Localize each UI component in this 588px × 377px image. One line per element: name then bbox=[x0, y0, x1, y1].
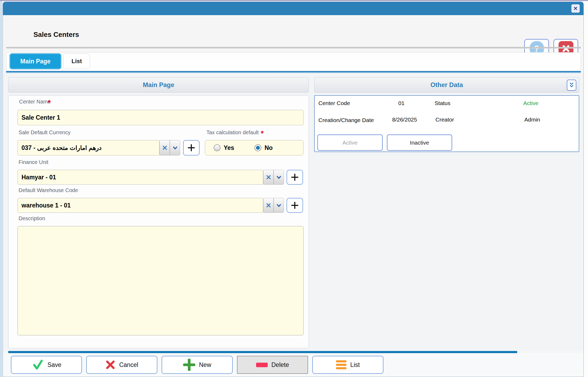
description-label: Description bbox=[19, 215, 45, 222]
cancel-label: Cancel bbox=[119, 361, 138, 369]
tax-radio-group: Yes No bbox=[205, 140, 304, 155]
header-divider bbox=[6, 47, 581, 49]
currency-clear-button[interactable] bbox=[159, 140, 170, 155]
close-x-icon: ✕ bbox=[573, 5, 578, 12]
green-plus-icon bbox=[183, 359, 195, 371]
tax-yes-radio[interactable] bbox=[214, 144, 220, 151]
collapse-panel-button[interactable] bbox=[567, 80, 576, 91]
other-data-panel-body: Center Code 01 Status Active Creation/Ch… bbox=[314, 95, 579, 152]
titlebar-close-button[interactable]: ✕ bbox=[571, 4, 580, 13]
currency-input[interactable]: درهم امارات متحده عربی - 037 bbox=[18, 140, 159, 155]
window-top-edge bbox=[0, 0, 588, 1]
warehouse-code-input[interactable]: warehouse 1 - 01 bbox=[18, 198, 263, 213]
tax-yes-label[interactable]: Yes bbox=[224, 144, 234, 151]
plus-icon bbox=[290, 173, 299, 182]
dialog-header: Sales Centers ? bbox=[3, 15, 583, 47]
tax-no-radio[interactable] bbox=[254, 144, 261, 151]
currency-dropdown-button[interactable] bbox=[170, 140, 180, 155]
minus-bar-icon bbox=[256, 363, 268, 367]
center-name-label: Center Name* bbox=[19, 99, 51, 105]
currency-value: درهم امارات متحده عربی - 037 bbox=[21, 144, 102, 151]
list-button[interactable]: List bbox=[312, 356, 383, 374]
center-name-value: Sale Center 1 bbox=[21, 114, 60, 121]
chevron-down-icon bbox=[172, 145, 178, 150]
new-button[interactable]: New bbox=[162, 356, 233, 374]
screen: ✕ Sales Centers ? Main Page List bbox=[0, 0, 588, 377]
creation-date-label: Creation/Change Date bbox=[318, 116, 379, 124]
tab-accent-line bbox=[6, 71, 581, 72]
creator-label: Creator bbox=[435, 116, 454, 123]
list-label: List bbox=[350, 361, 360, 369]
page-title: Sales Centers bbox=[33, 31, 79, 39]
center-code-value: 01 bbox=[398, 100, 404, 106]
tax-no-label[interactable]: No bbox=[265, 144, 273, 151]
main-page-panel-body: Center Name* Sale Center 1 Sale Default … bbox=[8, 95, 309, 348]
finance-unit-dropdown-button[interactable] bbox=[274, 170, 284, 185]
other-data-panel-title: Other Data bbox=[430, 81, 463, 89]
creation-date-value: 8/26/2025 bbox=[392, 116, 417, 123]
description-textarea[interactable] bbox=[18, 226, 304, 335]
plus-icon bbox=[290, 201, 299, 210]
main-page-panel-title: Main Page bbox=[143, 81, 174, 89]
chevron-down-icon bbox=[276, 175, 282, 180]
warehouse-code-value: warehouse 1 - 01 bbox=[21, 202, 71, 209]
currency-label: Sale Default Currency bbox=[19, 129, 71, 136]
center-code-label: Center Code bbox=[318, 100, 350, 106]
sales-centers-dialog: ✕ Sales Centers ? Main Page List bbox=[3, 2, 584, 377]
warehouse-clear-button[interactable] bbox=[263, 198, 274, 213]
status-value: Active bbox=[523, 100, 538, 106]
finance-unit-clear-button[interactable] bbox=[263, 170, 274, 185]
double-chevron-down-icon bbox=[569, 82, 574, 89]
clear-x-icon bbox=[266, 202, 271, 208]
status-label: Status bbox=[435, 100, 451, 106]
finance-unit-label: Finance Unit bbox=[19, 159, 48, 165]
set-active-button[interactable]: Active bbox=[317, 135, 383, 151]
tab-accent-line-light bbox=[6, 73, 581, 73]
footer-accent-line bbox=[8, 351, 517, 353]
save-button[interactable]: Save bbox=[11, 356, 82, 374]
tab-list[interactable]: List bbox=[63, 54, 90, 69]
required-asterisk: * bbox=[261, 129, 264, 137]
plus-icon bbox=[187, 143, 196, 152]
chevron-down-icon bbox=[276, 203, 282, 208]
delete-label: Delete bbox=[271, 361, 289, 369]
currency-add-button[interactable] bbox=[183, 140, 200, 155]
cancel-button[interactable]: Cancel bbox=[86, 356, 157, 374]
delete-button[interactable]: Delete bbox=[237, 356, 308, 374]
clear-x-icon bbox=[162, 145, 168, 151]
set-inactive-button[interactable]: Inactive bbox=[387, 135, 452, 151]
clear-x-icon bbox=[266, 174, 271, 180]
center-name-input[interactable]: Sale Center 1 bbox=[18, 110, 304, 125]
hamburger-list-icon bbox=[336, 360, 347, 369]
red-x-icon bbox=[105, 360, 115, 370]
warehouse-dropdown-button[interactable] bbox=[274, 198, 284, 213]
tab-main-page[interactable]: Main Page bbox=[10, 54, 61, 69]
creator-value: Admin bbox=[524, 116, 540, 123]
warehouse-add-button[interactable] bbox=[287, 198, 303, 213]
new-label: New bbox=[199, 361, 211, 369]
tax-default-label: Tax calculation default* bbox=[206, 129, 264, 136]
save-label: Save bbox=[47, 361, 61, 369]
window-left-edge bbox=[0, 1, 2, 377]
warehouse-code-label: Default Warehouse Code bbox=[19, 187, 78, 193]
main-page-panel-header: Main Page bbox=[8, 77, 309, 93]
other-data-panel-header: Other Data bbox=[314, 77, 579, 93]
check-icon bbox=[32, 359, 44, 371]
tab-bar: Main Page List bbox=[6, 52, 581, 71]
finance-unit-input[interactable]: Hamyar - 01 bbox=[18, 170, 263, 185]
required-asterisk: * bbox=[48, 98, 51, 107]
finance-unit-add-button[interactable] bbox=[287, 170, 303, 185]
finance-unit-value: Hamyar - 01 bbox=[21, 174, 56, 181]
title-bar: ✕ bbox=[3, 2, 583, 15]
